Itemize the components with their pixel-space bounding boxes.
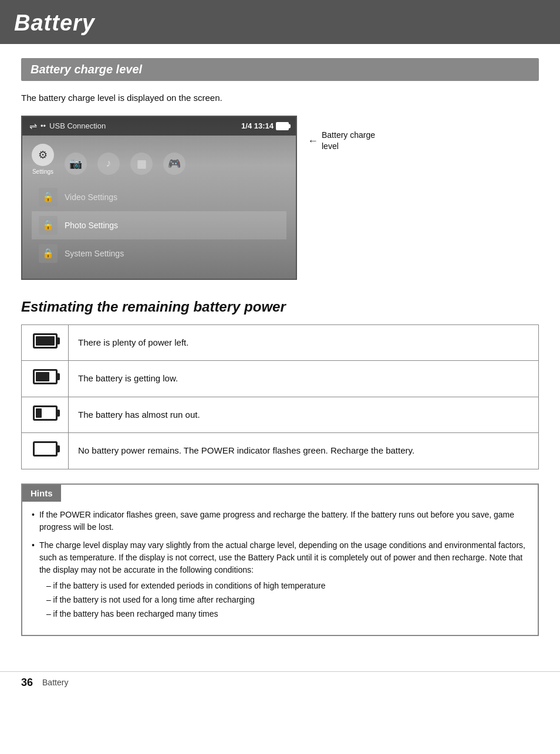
- hints-sub-list: if the battery is used for extended peri…: [39, 580, 528, 620]
- battery-desc-full: There is plenty of power left.: [69, 324, 539, 361]
- section2-heading-wrapper: Estimating the remaining battery power: [21, 299, 539, 315]
- battery-desc-empty: No battery power remains. The POWER indi…: [69, 433, 539, 469]
- page-header: Battery: [0, 0, 560, 44]
- screen-icon-camera: 📷: [65, 153, 87, 175]
- music-icon-circle: ♪: [97, 153, 120, 175]
- battery-icon-cell-full: [22, 324, 69, 361]
- table-row: The battery has almost run out.: [22, 397, 539, 433]
- screen-icon-music: ♪: [97, 153, 120, 175]
- table-row: No battery power remains. The POWER indi…: [22, 433, 539, 469]
- battery-icon-cell-empty: [22, 433, 69, 469]
- screen-topbar-left: ⇌ •• USB Connection: [29, 120, 106, 131]
- page-footer: 36 Battery: [0, 671, 560, 694]
- battery-desc-high: The battery is getting low.: [69, 361, 539, 397]
- list-item: If the POWER indicator flashes green, sa…: [32, 509, 528, 533]
- system-settings-label: System Settings: [65, 249, 124, 258]
- section1-heading-bar: Battery charge level: [21, 58, 539, 81]
- footer-label: Battery: [42, 678, 68, 687]
- video-settings-icon: 🔒: [39, 188, 58, 207]
- hints-header: Hints: [22, 485, 61, 502]
- screen-icon-game: 🎮: [163, 153, 185, 175]
- battery-icon-cell-high: [22, 361, 69, 397]
- battery-full-icon: [33, 333, 58, 349]
- battery-desc-low: The battery has almost run out.: [69, 397, 539, 433]
- annotation-arrow-icon: ←: [308, 135, 318, 147]
- video-icon-circle: ▦: [130, 153, 153, 175]
- battery-low-icon: [33, 405, 58, 421]
- usb-dots: ••: [41, 121, 46, 130]
- photo-settings-label: Photo Settings: [65, 221, 118, 230]
- annotation-line: ← Battery chargelevel: [308, 130, 375, 153]
- batt-fill-low: [36, 408, 42, 418]
- usb-label: USB Connection: [49, 121, 106, 130]
- list-item: if the battery is not used for a long ti…: [39, 594, 528, 606]
- screen-icon-video: ▦: [130, 153, 153, 175]
- hints-content: If the POWER indicator flashes green, sa…: [22, 502, 538, 635]
- annotation-area: ← Battery chargelevel: [308, 116, 375, 153]
- screenshot-area: ⇌ •• USB Connection 1/4 13:14 ⚙ Settings…: [21, 116, 539, 280]
- hints-list: If the POWER indicator flashes green, sa…: [32, 509, 528, 622]
- battery-table: There is plenty of power left. The batte…: [21, 324, 539, 469]
- table-row: There is plenty of power left.: [22, 324, 539, 361]
- system-settings-icon: 🔒: [39, 244, 58, 263]
- camera-icon-circle: 📷: [65, 153, 87, 175]
- batt-fill-high: [36, 372, 49, 381]
- settings-icon-label: Settings: [32, 168, 53, 175]
- section1-title: Battery charge level: [31, 63, 529, 76]
- page-title: Battery: [14, 11, 546, 36]
- screen-icons-row: ⚙ Settings 📷 ♪ ▦ 🎮: [22, 136, 296, 178]
- photo-settings-icon: 🔒: [39, 216, 58, 235]
- section1-intro: The battery charge level is displayed on…: [21, 92, 539, 105]
- batt-fill-full: [36, 336, 55, 346]
- screen-topbar-right: 1/4 13:14: [241, 121, 289, 130]
- screen-menu: 🔒 Video Settings 🔒 Photo Settings 🔒 Syst…: [22, 178, 296, 272]
- table-row: The battery is getting low.: [22, 361, 539, 397]
- hints-box: Hints If the POWER indicator flashes gre…: [21, 483, 539, 636]
- annotation-text: Battery chargelevel: [322, 130, 375, 153]
- screen-icon-settings: ⚙ Settings: [32, 144, 54, 175]
- video-settings-label: Video Settings: [65, 192, 117, 202]
- main-content: Battery charge level The battery charge …: [0, 58, 560, 671]
- game-icon-circle: 🎮: [163, 153, 185, 175]
- page-number: 36: [21, 677, 33, 689]
- battery-high-icon: [33, 369, 58, 384]
- screen-topbar: ⇌ •• USB Connection 1/4 13:14: [22, 117, 296, 136]
- battery-icon-cell-low: [22, 397, 69, 433]
- settings-icon-circle: ⚙: [32, 144, 54, 166]
- battery-empty-icon: [33, 441, 58, 457]
- section2-title: Estimating the remaining battery power: [21, 299, 539, 315]
- screen-mockup: ⇌ •• USB Connection 1/4 13:14 ⚙ Settings…: [21, 116, 297, 280]
- datetime-label: 1/4 13:14: [241, 121, 274, 130]
- screen-menu-system-settings: 🔒 System Settings: [32, 239, 286, 268]
- list-item: if the battery has been recharged many t…: [39, 608, 528, 620]
- list-item: The charge level display may vary slight…: [32, 539, 528, 622]
- battery-screen-icon: [276, 122, 289, 130]
- list-item: if the battery is used for extended peri…: [39, 580, 528, 592]
- screen-menu-photo-settings: 🔒 Photo Settings: [32, 211, 286, 239]
- usb-icon: ⇌: [29, 120, 37, 131]
- screen-menu-video-settings: 🔒 Video Settings: [32, 183, 286, 211]
